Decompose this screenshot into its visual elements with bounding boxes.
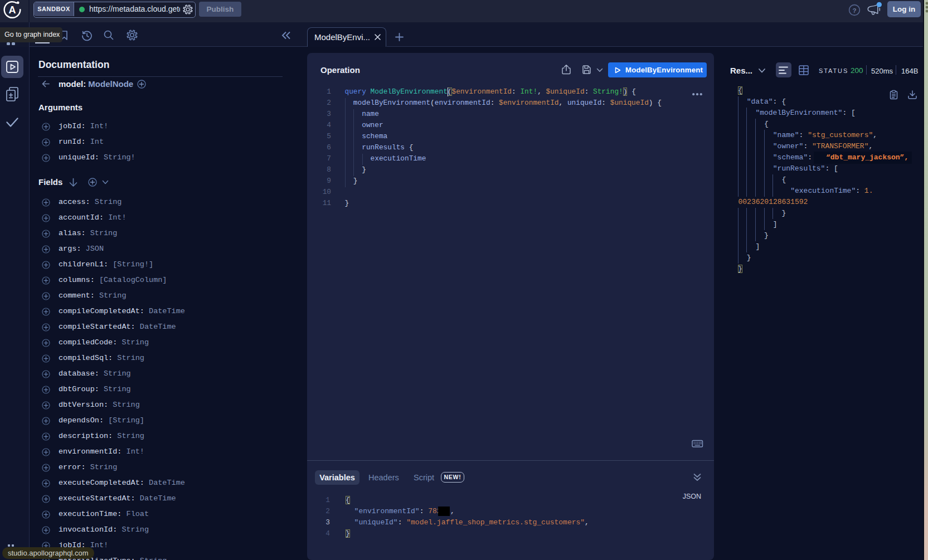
svg-text:?: ? <box>852 7 856 14</box>
svg-text:A: A <box>9 4 16 16</box>
